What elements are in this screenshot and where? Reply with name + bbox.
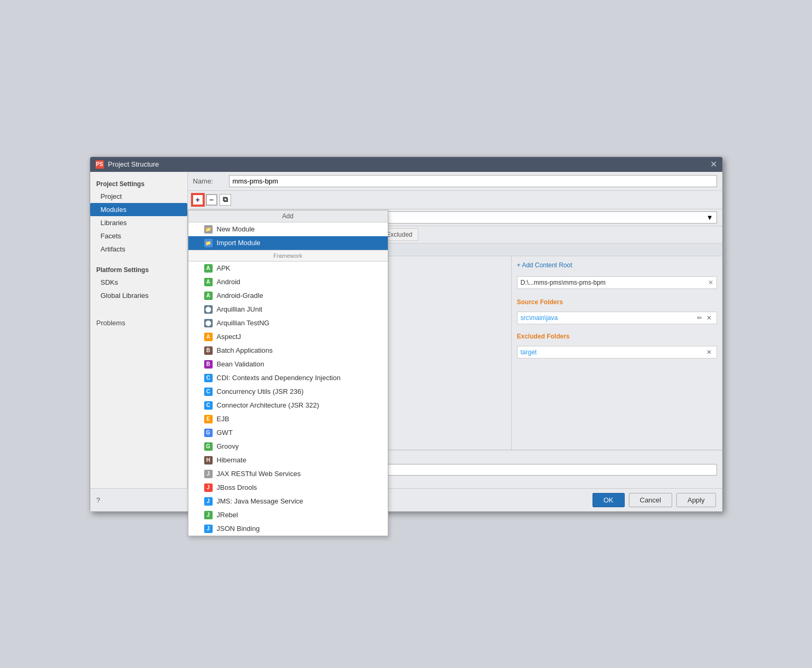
framework-jrebel[interactable]: JJRebel — [188, 508, 388, 522]
apk-icon: A — [204, 264, 213, 273]
framework-android[interactable]: AAndroid — [188, 275, 388, 289]
sidebar-item-libraries[interactable]: Libraries — [90, 216, 187, 229]
jboss-icon: J — [204, 483, 213, 492]
framework-arquillian-testng[interactable]: ⬤Arquillian TestNG — [188, 316, 388, 330]
source-path-actions: ✏ ✕ — [695, 314, 713, 322]
framework-apk[interactable]: AAPK — [188, 262, 388, 275]
sidebar-item-project[interactable]: Project — [90, 190, 187, 203]
footer-buttons: OK Cancel Apply — [593, 493, 716, 507]
title-bar: PS Project Structure ✕ — [90, 157, 722, 172]
ejb-icon: E — [204, 415, 213, 423]
project-settings-section-label: Project Settings — [90, 176, 187, 190]
dialog-title: Project Structure — [108, 160, 706, 168]
import-module-icon: 📁 — [204, 239, 213, 247]
framework-connector[interactable]: CConnector Architecture (JSR 322) — [188, 399, 388, 412]
dialog-body: Project Settings Project Modules Librari… — [90, 172, 722, 488]
dropdown-item-new-module[interactable]: 📁 New Module — [188, 222, 388, 236]
hibernate-icon: H — [204, 456, 213, 464]
groovy-icon: G — [204, 442, 213, 451]
framework-divider: Framework — [188, 250, 388, 262]
sidebar-item-facets[interactable]: Facets — [90, 229, 187, 243]
json-binding-icon: J — [204, 525, 213, 533]
sidebar-item-global-libraries[interactable]: Global Libraries — [90, 289, 187, 302]
content-root-path: D:\...mms-pms\mms-pms-bpm — [521, 279, 606, 286]
framework-ejb[interactable]: EEJB — [188, 412, 388, 426]
new-module-label: New Module — [217, 225, 255, 233]
add-dropdown-panel: Add 📁 New Module 📁 Import Module Framewo… — [188, 210, 388, 536]
sidebar-item-modules[interactable]: Modules — [90, 203, 187, 216]
android-icon: A — [204, 278, 213, 286]
add-button[interactable]: + — [192, 194, 204, 206]
import-module-label: Import Module — [217, 239, 261, 247]
android-gradle-icon: A — [204, 292, 213, 300]
sdk-dropdown-icon: ▼ — [706, 214, 713, 221]
framework-groovy[interactable]: GGroovy — [188, 440, 388, 453]
framework-list: AAPK AAndroid AAndroid-Gradle ⬤Arquillia… — [188, 262, 388, 536]
remove-source-path-button[interactable]: ✕ — [705, 314, 713, 322]
dropdown-item-import-module[interactable]: 📁 Import Module — [188, 236, 388, 250]
name-label: Name: — [193, 177, 225, 185]
framework-arquillian-junit[interactable]: ⬤Arquillian JUnit — [188, 303, 388, 316]
framework-hibernate[interactable]: HHibernate — [188, 453, 388, 467]
jax-icon: J — [204, 470, 213, 478]
framework-batch-applications[interactable]: BBatch Applications — [188, 344, 388, 357]
cancel-button[interactable]: Cancel — [629, 493, 672, 507]
excluded-path: target — [521, 348, 537, 356]
aspectj-icon: A — [204, 333, 213, 341]
new-module-icon: 📁 — [204, 225, 213, 234]
toolbar: + − ⧉ Add 📁 New Module 📁 Import Module F… — [188, 191, 722, 209]
sidebar-item-sdks[interactable]: SDKs — [90, 276, 187, 289]
footer: ? OK Cancel Apply — [90, 488, 722, 511]
jrebel-icon: J — [204, 511, 213, 519]
edit-source-path-button[interactable]: ✏ — [695, 314, 704, 322]
help-icon: ? — [97, 496, 100, 504]
copy-button[interactable]: ⧉ — [219, 194, 231, 206]
framework-android-gradle[interactable]: AAndroid-Gradle — [188, 289, 388, 303]
apply-button[interactable]: Apply — [676, 493, 716, 507]
framework-concurrency[interactable]: CConcurrency Utils (JSR 236) — [188, 385, 388, 399]
gwt-icon: G — [204, 429, 213, 437]
framework-jms[interactable]: JJMS: Java Message Service — [188, 495, 388, 508]
excluded-folder-item: target ✕ — [517, 346, 717, 359]
project-structure-dialog: PS Project Structure ✕ Project Settings … — [90, 157, 723, 512]
content-root-path-box: D:\...mms-pms\mms-pms-bpm ✕ — [517, 276, 717, 289]
framework-jboss-drools[interactable]: JJBoss Drools — [188, 481, 388, 495]
content-root-close[interactable]: ✕ — [708, 279, 713, 286]
app-icon: PS — [95, 160, 104, 169]
ok-button[interactable]: OK — [593, 493, 625, 507]
sidebar-item-problems[interactable]: Problems — [90, 313, 187, 330]
right-panel: + Add Content Root D:\...mms-pms\mms-pms… — [511, 256, 722, 450]
jms-icon: J — [204, 497, 213, 506]
name-input[interactable] — [229, 175, 717, 187]
cdi-icon: C — [204, 374, 213, 382]
framework-gwt[interactable]: GGWT — [188, 426, 388, 440]
close-button[interactable]: ✕ — [710, 160, 717, 169]
excluded-folders-label: Excluded Folders — [517, 333, 717, 340]
remove-excluded-path-button[interactable]: ✕ — [705, 348, 713, 356]
platform-settings-section-label: Platform Settings — [90, 262, 187, 276]
connector-icon: C — [204, 401, 213, 410]
arquillian-testng-icon: ⬤ — [204, 319, 213, 327]
framework-jax-restful[interactable]: JJAX RESTful Web Services — [188, 467, 388, 481]
framework-cdi[interactable]: CCDI: Contexts and Dependency Injection — [188, 371, 388, 385]
concurrency-icon: C — [204, 388, 213, 396]
source-folder-item: src\main\java ✏ ✕ — [517, 312, 717, 324]
source-folders-label: Source Folders — [517, 298, 717, 306]
remove-button[interactable]: − — [206, 194, 217, 206]
add-content-root-button[interactable]: + Add Content Root — [517, 262, 717, 269]
arquillian-junit-icon: ⬤ — [204, 305, 213, 314]
main-area: Name: + − ⧉ Add 📁 New Module 📁 Im — [188, 172, 722, 488]
sidebar: Project Settings Project Modules Librari… — [90, 172, 188, 488]
framework-aspectj[interactable]: AAspectJ — [188, 330, 388, 344]
source-path: src\main\java — [521, 314, 558, 322]
framework-bean-validation[interactable]: BBean Validation — [188, 357, 388, 371]
help-button[interactable]: ? — [97, 496, 100, 504]
bean-validation-icon: B — [204, 360, 213, 369]
framework-json-binding[interactable]: JJSON Binding — [188, 522, 388, 536]
name-row: Name: — [188, 172, 722, 191]
batch-icon: B — [204, 346, 213, 355]
dropdown-header: Add — [188, 210, 388, 222]
sidebar-item-artifacts[interactable]: Artifacts — [90, 243, 187, 256]
